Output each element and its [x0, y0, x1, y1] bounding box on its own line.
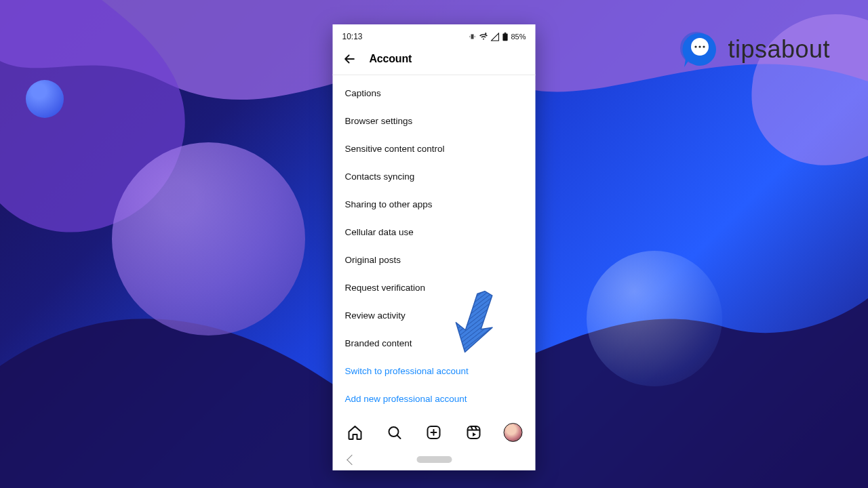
- menu-item-browser-settings[interactable]: Browser settings: [333, 107, 536, 135]
- watermark-text: tipsabout: [728, 35, 830, 64]
- menu-item-sensitive-content[interactable]: Sensitive content control: [333, 135, 536, 163]
- nav-reels[interactable]: [464, 423, 483, 442]
- bottom-nav: [333, 416, 536, 449]
- profile-avatar-icon: [503, 423, 522, 442]
- svg-line-10: [397, 435, 401, 439]
- status-bar: 10:13 85%: [333, 24, 536, 46]
- watermark-logo: [677, 29, 718, 70]
- menu-item-captions[interactable]: Captions: [333, 79, 536, 107]
- menu-item-review-activity[interactable]: Review activity: [333, 302, 536, 329]
- svg-rect-7: [502, 33, 507, 41]
- nav-search[interactable]: [385, 423, 404, 442]
- menu-item-cellular-data[interactable]: Cellular data use: [333, 218, 536, 246]
- signal-icon: [490, 33, 499, 41]
- menu-item-branded-content[interactable]: Branded content: [333, 329, 536, 357]
- status-time: 10:13: [342, 32, 363, 41]
- phone-frame: 10:13 85% Account Captions Browser setti…: [333, 24, 536, 470]
- menu-item-sharing-apps[interactable]: Sharing to other apps: [333, 190, 536, 218]
- svg-rect-8: [505, 33, 507, 34]
- battery-text: 85%: [511, 33, 526, 41]
- small-sphere: [26, 80, 64, 118]
- svg-point-2: [695, 45, 697, 47]
- settings-list: Captions Browser settings Sensitive cont…: [333, 75, 536, 416]
- menu-item-request-verification[interactable]: Request verification: [333, 274, 536, 302]
- system-home-pill[interactable]: [417, 456, 452, 463]
- reels-icon: [465, 424, 481, 441]
- battery-icon: [502, 33, 508, 41]
- system-nav-bar: [333, 449, 536, 470]
- app-header: Account: [333, 46, 536, 75]
- svg-marker-6: [485, 33, 487, 34]
- menu-item-contacts-syncing[interactable]: Contacts syncing: [333, 163, 536, 190]
- plus-square-icon: [426, 424, 442, 441]
- vibrate-icon: [468, 33, 476, 41]
- page-title: Account: [370, 53, 412, 65]
- nav-home[interactable]: [346, 423, 365, 442]
- back-button[interactable]: [342, 52, 357, 66]
- wifi-icon: [479, 33, 488, 41]
- watermark-brand: tipsabout: [677, 29, 830, 70]
- svg-rect-14: [467, 426, 479, 439]
- glass-sphere: [587, 251, 722, 386]
- arrow-left-icon: [342, 52, 357, 66]
- search-icon: [387, 424, 403, 441]
- svg-point-4: [703, 45, 705, 47]
- nav-new-post[interactable]: [425, 423, 443, 442]
- nav-profile[interactable]: [503, 423, 522, 442]
- menu-item-original-posts[interactable]: Original posts: [333, 246, 536, 274]
- home-icon: [347, 424, 363, 441]
- large-sphere: [112, 142, 305, 336]
- svg-point-3: [699, 45, 701, 47]
- link-switch-professional[interactable]: Switch to professional account: [333, 357, 536, 385]
- system-back-button[interactable]: [347, 454, 357, 465]
- link-add-professional[interactable]: Add new professional account: [333, 385, 536, 413]
- status-icons: 85%: [468, 33, 526, 41]
